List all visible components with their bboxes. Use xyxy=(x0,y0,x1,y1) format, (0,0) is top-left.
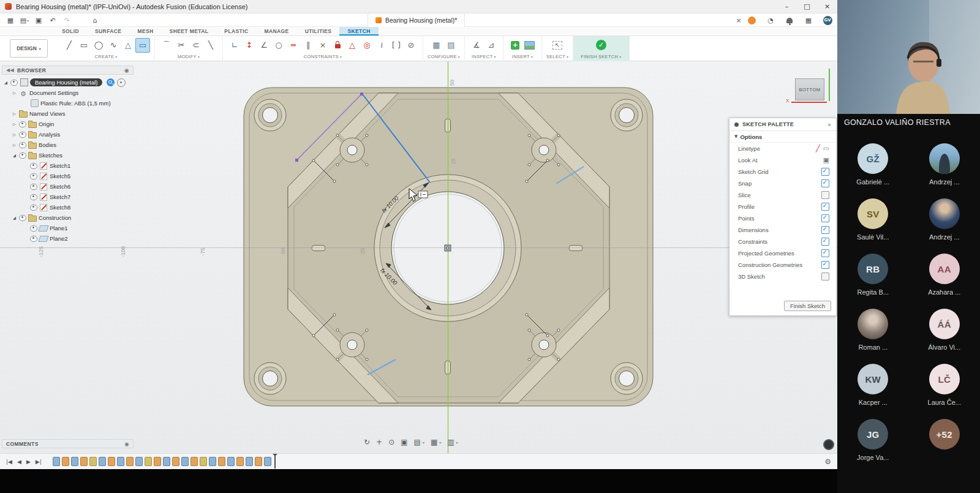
browser-tree-row[interactable]: Sketch6 xyxy=(2,181,134,192)
collapse-panel-icon[interactable]: ◀◀ xyxy=(6,67,14,73)
tree-item-label[interactable]: Origin xyxy=(39,121,54,127)
timeline-feature-icon[interactable] xyxy=(99,457,106,466)
spline-tool-icon[interactable]: ∿ xyxy=(106,38,121,53)
tree-item-label[interactable]: Sketch6 xyxy=(50,183,70,190)
visibility-eye-icon[interactable] xyxy=(30,225,37,231)
radial-dimension-icon[interactable]: ○ xyxy=(271,38,286,53)
palette-option-control[interactable] xyxy=(816,145,829,152)
orbit-icon[interactable]: ↻▾ xyxy=(364,438,370,446)
expand-arrow-icon[interactable]: ◢ xyxy=(12,216,17,220)
display-settings-icon[interactable]: ▤▾ xyxy=(414,438,424,446)
browser-tree-row[interactable]: ▷ Origin xyxy=(2,119,134,129)
timeline-feature-icon[interactable] xyxy=(62,457,69,466)
redo-icon[interactable]: ↷▾ xyxy=(61,15,73,26)
timeline-feature-icon[interactable] xyxy=(71,457,78,466)
viewcube-face-label[interactable]: BOTTOM xyxy=(795,78,824,100)
model-canvas[interactable]: -125-100-75-50-255025 fx 10.00fx 10.00 X… xyxy=(0,61,837,453)
palette-option-control[interactable] xyxy=(821,273,829,280)
browser-tree-row[interactable]: Plastic Rule: ABS (1,5 mm) xyxy=(2,98,134,108)
expand-arrow-icon[interactable]: ▷ xyxy=(12,111,17,116)
viewcube[interactable]: X BOTTOM xyxy=(791,69,832,109)
polygon-tool-icon[interactable]: △ xyxy=(121,38,135,53)
ribbon-tab[interactable]: MESH xyxy=(129,27,161,36)
timeline-feature-icon[interactable] xyxy=(255,457,262,466)
timeline-feature-icon[interactable] xyxy=(145,457,152,466)
tree-item-label[interactable]: Plane1 xyxy=(50,225,68,231)
browser-tree-row[interactable]: Sketch1 xyxy=(2,160,134,171)
insert-part-icon[interactable]: + xyxy=(508,38,522,53)
notifications-bell-icon[interactable] xyxy=(783,15,796,26)
select-group-label[interactable]: SELECT xyxy=(546,54,568,59)
palette-option-control[interactable] xyxy=(821,214,829,222)
ordinate-dimension-icon[interactable]: ↕ xyxy=(242,38,257,53)
visibility-eye-icon[interactable] xyxy=(19,132,26,138)
tree-item-label[interactable]: Sketch1 xyxy=(50,162,70,169)
timeline-feature-icon[interactable] xyxy=(108,457,115,466)
activate-component-icon[interactable] xyxy=(117,78,126,87)
parallel-constraint-icon[interactable]: ∥ xyxy=(301,38,315,53)
comments-bar[interactable]: COMMENTS ◉ xyxy=(2,439,134,448)
recent-files-icon[interactable]: ◔ xyxy=(764,15,777,26)
select-tool-icon[interactable]: ↖ xyxy=(550,38,565,53)
visibility-eye-icon[interactable] xyxy=(30,236,37,242)
browser-tree-row[interactable]: Sketch8 xyxy=(2,202,134,213)
app-grid-icon[interactable]: ▦▾ xyxy=(4,15,17,26)
browser-tree-row[interactable]: ▷ Analysis xyxy=(2,129,134,140)
ribbon-tab[interactable]: MANAGE xyxy=(257,27,297,36)
tree-item-label[interactable]: Plane2 xyxy=(50,235,68,242)
design-workspace-dropdown[interactable]: DESIGN▾ xyxy=(10,39,48,58)
timeline-feature-icon[interactable] xyxy=(135,457,143,466)
search-icon[interactable] xyxy=(107,78,115,86)
timeline-feature-icon[interactable] xyxy=(181,457,189,466)
tree-item-label[interactable]: Bodies xyxy=(39,141,56,148)
expand-arrow-icon[interactable]: ▷ xyxy=(12,122,17,127)
mirror-tool-icon[interactable]: ╲ xyxy=(203,38,218,53)
expand-arrow-icon[interactable]: ▷ xyxy=(12,132,17,137)
save-icon[interactable]: ▣▾ xyxy=(32,15,45,26)
timeline-end-button[interactable]: ▶| xyxy=(36,459,42,465)
participant-tile[interactable]: Roman ... xyxy=(837,309,909,364)
symmetry-constraint-icon[interactable]: [ ] xyxy=(389,38,404,53)
ribbon-tab[interactable]: SHEET METAL xyxy=(162,27,217,36)
visibility-eye-icon[interactable] xyxy=(30,194,37,200)
concentric-constraint-icon[interactable]: ◎ xyxy=(360,38,374,53)
visibility-eye-icon[interactable] xyxy=(19,215,26,221)
constraints-group-label[interactable]: CONSTRAINTS xyxy=(304,54,342,59)
trim-tool-icon[interactable]: ✂ xyxy=(174,38,189,53)
inspect-group-label[interactable]: INSPECT xyxy=(472,54,496,59)
visibility-eye-icon[interactable] xyxy=(30,205,37,211)
comments-options-icon[interactable]: ◉ xyxy=(124,441,129,447)
visibility-eye-icon[interactable] xyxy=(30,173,37,179)
timeline-feature-icon[interactable] xyxy=(172,457,179,466)
browser-tree-row[interactable]: ▷ Bodies xyxy=(2,140,134,150)
timeline-play-button[interactable]: ▶ xyxy=(26,459,31,465)
close-button[interactable]: × xyxy=(817,0,837,13)
timeline-feature-icon[interactable] xyxy=(246,457,253,466)
palette-option-control[interactable] xyxy=(821,238,829,246)
presenter-video[interactable] xyxy=(837,0,980,114)
slot-tool-icon[interactable]: ▭ xyxy=(135,38,150,53)
expand-arrow-icon[interactable]: ◢ xyxy=(3,80,9,85)
tree-item-label[interactable]: Sketch8 xyxy=(50,204,70,211)
options-section-header[interactable]: ▼ Options xyxy=(729,131,836,143)
timeline-feature-icon[interactable] xyxy=(163,457,170,466)
circle-tool-icon[interactable]: ◯ xyxy=(91,38,106,53)
timeline-feature-icon[interactable] xyxy=(218,457,225,466)
visibility-eye-icon[interactable] xyxy=(19,142,26,148)
tree-item-label[interactable]: Named Views xyxy=(29,110,65,117)
viewports-icon[interactable]: ▥▾ xyxy=(447,438,458,446)
finish-sketch-button[interactable]: ✓ xyxy=(594,38,608,53)
visibility-eye-icon[interactable] xyxy=(19,152,26,159)
maximize-button[interactable]: □ xyxy=(797,0,817,13)
tree-item-label[interactable]: Document Settings xyxy=(29,89,78,96)
tree-item-label[interactable]: Sketch5 xyxy=(50,173,70,179)
palette-option-control[interactable] xyxy=(821,203,829,211)
browser-tree-row[interactable]: ▷ Named Views xyxy=(2,108,134,119)
ribbon-tab[interactable]: PLASTIC xyxy=(216,27,256,36)
insert-image-icon[interactable] xyxy=(522,38,537,53)
fillet-tool-icon[interactable]: ⌒ xyxy=(159,38,174,53)
fit-icon[interactable]: ▣▾ xyxy=(401,438,407,446)
palette-option-control[interactable] xyxy=(821,261,829,269)
dock-panel-icon[interactable]: » xyxy=(827,121,831,128)
undo-icon[interactable]: ↶▾ xyxy=(47,15,59,26)
